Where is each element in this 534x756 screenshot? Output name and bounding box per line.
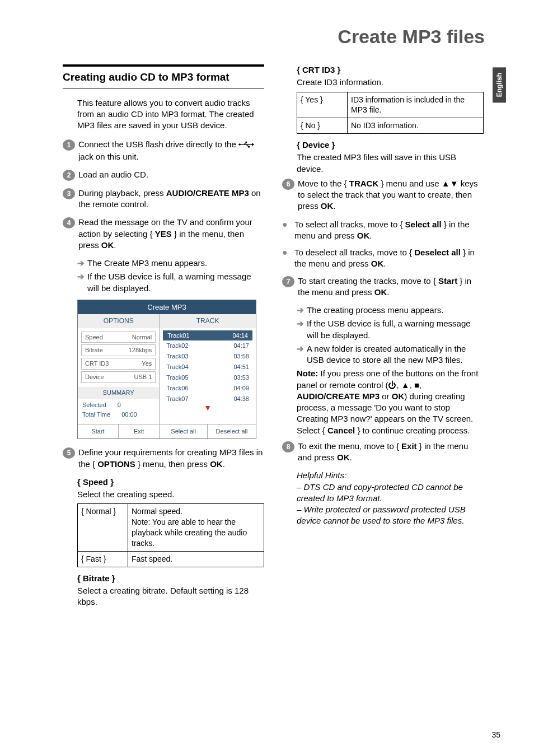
cell: { Fast } bbox=[78, 551, 128, 567]
section-heading: Creating audio CD to MP3 format bbox=[63, 64, 264, 88]
step-number-icon: 7 bbox=[282, 276, 294, 287]
b2a: To deselect all tracks, move to { bbox=[294, 248, 414, 257]
step4-sub1-text: The Create MP3 menu appears. bbox=[87, 258, 207, 269]
summary-header: SUMMARY bbox=[78, 387, 159, 399]
step4-sub2-text: If the USB device is full, a warning mes… bbox=[87, 271, 264, 294]
svg-rect-6 bbox=[248, 146, 250, 148]
speed-desc: Select the creating speed. bbox=[77, 489, 264, 500]
step5-c: } menu, then press bbox=[135, 459, 210, 469]
b1d: OK bbox=[357, 231, 370, 240]
standby-icon: ⏻ bbox=[388, 380, 396, 390]
step7-d: OK bbox=[374, 287, 387, 297]
bullet-icon: ● bbox=[282, 219, 294, 230]
track-row: Track0303:58 bbox=[162, 351, 254, 362]
option-row: SpeedNormal bbox=[81, 332, 156, 343]
exit-cell: Exit bbox=[119, 424, 160, 438]
summary-row: Selected0 bbox=[82, 401, 154, 409]
nf: OK bbox=[392, 391, 405, 401]
step5-b: OPTIONS bbox=[97, 459, 135, 469]
nd: AUDIO/CREATE MP3 bbox=[297, 391, 380, 401]
step6-a: Move to the { bbox=[298, 179, 349, 188]
nh: Cancel bbox=[327, 426, 355, 435]
trk-name: Track05 bbox=[166, 374, 188, 382]
track-header: TRACK bbox=[160, 314, 256, 328]
step4-sub1: ➔The Create MP3 menu appears. bbox=[77, 258, 264, 269]
cell: Fast speed. bbox=[128, 551, 264, 567]
trk-name: Track01 bbox=[167, 332, 189, 340]
step-8: 8 To exit the menu, move to { Exit } in … bbox=[282, 441, 484, 464]
step2-text: Load an audio CD. bbox=[78, 169, 264, 180]
step7-e: . bbox=[387, 287, 389, 297]
trk-time: 04:17 bbox=[233, 342, 249, 350]
opt-key: Bitrate bbox=[85, 346, 103, 354]
speed-heading: { Speed } bbox=[77, 477, 264, 488]
step7-sub3: ➔A new folder is created automatically i… bbox=[297, 343, 484, 366]
device-h-text: { Device } bbox=[297, 140, 335, 150]
step-number-icon: 4 bbox=[63, 217, 75, 228]
step8-e: . bbox=[350, 452, 352, 462]
bitrate-heading: { Bitrate } bbox=[77, 573, 264, 584]
arrow-icon: ➔ bbox=[77, 271, 87, 282]
opt-val: 128kbps bbox=[129, 346, 152, 354]
svg-point-4 bbox=[245, 142, 247, 143]
trk-name: Track03 bbox=[166, 352, 188, 361]
step-number-icon: 6 bbox=[282, 179, 294, 190]
down-triangle-icon: ▼ bbox=[162, 404, 254, 414]
svg-point-1 bbox=[238, 143, 241, 146]
step-4: 4 Read the message on the TV and confirm… bbox=[63, 217, 264, 251]
ne: or bbox=[380, 391, 392, 401]
option-row: CRT ID3Yes bbox=[81, 358, 156, 370]
bullet-icon: ● bbox=[282, 247, 294, 258]
ni: } to continue creating process. bbox=[355, 426, 470, 435]
step3-b: AUDIO/CREATE MP3 bbox=[166, 188, 249, 198]
s7s2: If the USB device is full, a warning mes… bbox=[307, 318, 484, 341]
create-mp3-panel: Create MP3 OPTIONS SpeedNormal Bitrate12… bbox=[77, 300, 256, 439]
s7s3: A new folder is created automatically in… bbox=[307, 343, 484, 366]
step-3: 3 During playback, press AUDIO/CREATE MP… bbox=[63, 188, 264, 211]
step7-b: Start bbox=[438, 276, 457, 286]
trk-time: 03:53 bbox=[233, 374, 249, 382]
trk-time: 04:38 bbox=[233, 395, 249, 403]
device-heading: { Device } bbox=[297, 139, 484, 151]
summary-row: Total Time00:00 bbox=[82, 410, 154, 419]
cell: { No } bbox=[297, 118, 348, 134]
start-cell: Start bbox=[78, 424, 119, 438]
hints-block: Helpful Hints: – DTS CD and copy-protect… bbox=[297, 470, 484, 526]
opt-key: CRT ID3 bbox=[85, 360, 109, 368]
s7s1: The creating process menu appears. bbox=[307, 305, 443, 316]
track-row: Track0204:17 bbox=[162, 340, 254, 351]
sum-val: 0 bbox=[118, 401, 121, 409]
bitrate-desc: Select a creating bitrate. Default setti… bbox=[77, 585, 264, 608]
track-row: Track0704:38 bbox=[162, 394, 254, 404]
opt-key: Device bbox=[85, 373, 104, 381]
b1b: Select all bbox=[405, 220, 442, 229]
step8-a: To exit the menu, move to { bbox=[298, 441, 401, 451]
step-2: 2 Load an audio CD. bbox=[63, 169, 264, 181]
arrow-icon: ➔ bbox=[297, 343, 307, 354]
b2e: . bbox=[383, 259, 386, 268]
hints-1: – DTS CD and copy-protected CD cannot be… bbox=[297, 482, 484, 505]
step1-text-b: jack on this unit. bbox=[78, 152, 139, 161]
hints-2: – Write protected or password protected … bbox=[297, 504, 484, 527]
step7-sub1: ➔The creating process menu appears. bbox=[297, 305, 484, 316]
cell: ID3 information is included in the MP3 f… bbox=[348, 92, 484, 118]
step6-b: TRACK bbox=[349, 179, 379, 188]
trk-time: 04:51 bbox=[233, 363, 249, 371]
hints-heading: Helpful Hints: bbox=[297, 470, 484, 481]
sum-val: 00:00 bbox=[121, 410, 137, 419]
device-desc: The created MP3 files will save in this … bbox=[297, 152, 484, 175]
trk-name: Track07 bbox=[166, 395, 188, 403]
b2b: Deselect all bbox=[414, 248, 461, 257]
cell: No ID3 information. bbox=[348, 118, 484, 134]
speed-h-text: { Speed } bbox=[77, 477, 114, 487]
trk-time: 04:14 bbox=[232, 332, 248, 340]
crt-table: { Yes }ID3 information is included in th… bbox=[297, 92, 484, 134]
step3-a: During playback, press bbox=[78, 188, 166, 198]
deselectall-cell: Deselect all bbox=[208, 424, 256, 438]
trk-time: 03:58 bbox=[233, 352, 249, 361]
cell: { Normal } bbox=[78, 504, 128, 552]
arrow-icon: ➔ bbox=[77, 258, 87, 269]
arrow-icon: ➔ bbox=[297, 318, 307, 329]
svg-marker-2 bbox=[252, 143, 254, 146]
selectall-cell: Select all bbox=[160, 424, 208, 438]
